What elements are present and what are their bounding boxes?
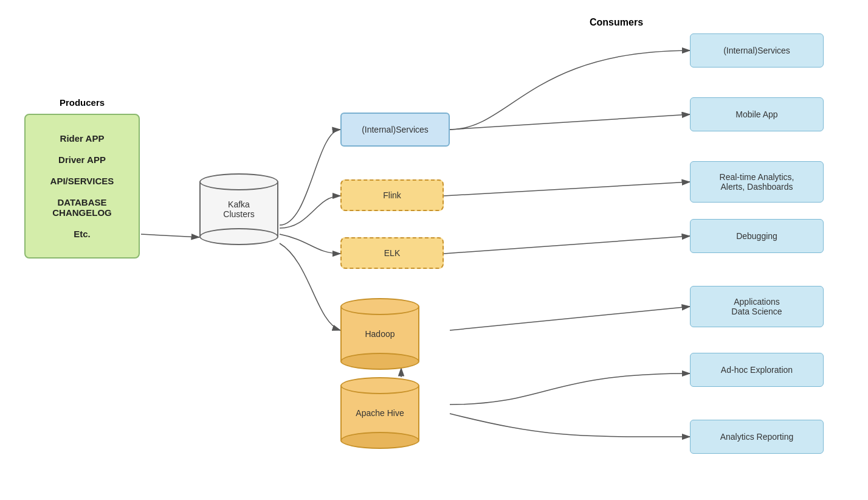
- producers-box: Rider APP Driver APP API/SERVICES DATABA…: [24, 114, 140, 259]
- apache-hive-label: Apache Hive: [356, 408, 404, 418]
- producer-driver-app: Driver APP: [58, 155, 106, 165]
- apache-hive-cylinder-top: [340, 377, 419, 394]
- internal-services-rect: (Internal)Services: [340, 113, 450, 147]
- flink-dashed: Flink: [340, 179, 444, 211]
- producer-rider-app: Rider APP: [60, 133, 105, 144]
- consumer-applications-datascience: ApplicationsData Science: [690, 286, 824, 327]
- consumer-internal-services-label: (Internal)Services: [723, 46, 790, 55]
- consumer-applications-datascience-label: ApplicationsData Science: [731, 297, 782, 316]
- hadoop-cylinder-bottom: [340, 353, 419, 370]
- consumer-adhoc-exploration-label: Ad-hoc Exploration: [721, 365, 793, 375]
- internal-services-label: (Internal)Services: [362, 125, 429, 134]
- hadoop-node: Hadoop: [340, 298, 419, 370]
- consumers-section-label: Consumers: [590, 17, 643, 28]
- consumer-adhoc-exploration: Ad-hoc Exploration: [690, 353, 824, 387]
- consumer-internal-services: (Internal)Services: [690, 33, 824, 68]
- consumer-realtime-analytics-label: Real-time Analytics,Alerts, Dashboards: [720, 172, 794, 192]
- producers-section: Producers Rider APP Driver APP API/SERVI…: [24, 97, 140, 259]
- producer-db-changelog: DATABASECHANGELOG: [52, 197, 112, 218]
- producer-etc: Etc.: [74, 229, 91, 239]
- flink-node: Flink: [340, 179, 444, 211]
- apache-hive-node: Apache Hive: [340, 377, 419, 449]
- diagram-container: Producers Rider APP Driver APP API/SERVI…: [0, 0, 868, 500]
- flink-label: Flink: [383, 190, 401, 200]
- apache-hive-cylinder-bottom: [340, 432, 419, 449]
- consumer-mobile-app: Mobile App: [690, 97, 824, 131]
- elk-dashed: ELK: [340, 237, 444, 269]
- producer-api-services: API/SERVICES: [50, 176, 114, 186]
- producers-label: Producers: [60, 97, 105, 108]
- consumer-debugging: Debugging: [690, 219, 824, 253]
- elk-node: ELK: [340, 237, 444, 269]
- kafka-cylinder-bottom: [199, 228, 278, 245]
- consumer-debugging-label: Debugging: [736, 231, 777, 241]
- elk-label: ELK: [384, 248, 400, 258]
- consumer-realtime-analytics: Real-time Analytics,Alerts, Dashboards: [690, 161, 824, 203]
- hadoop-cylinder-top: [340, 298, 419, 315]
- consumer-analytics-reporting-label: Analytics Reporting: [720, 432, 794, 442]
- consumer-mobile-app-label: Mobile App: [735, 109, 777, 119]
- consumer-analytics-reporting: Analytics Reporting: [690, 420, 824, 454]
- kafka-node: KafkaClusters: [199, 173, 278, 245]
- internal-services-node: (Internal)Services: [340, 113, 450, 147]
- hadoop-label: Hadoop: [365, 329, 394, 339]
- kafka-cylinder-top: [199, 173, 278, 190]
- kafka-label: KafkaClusters: [223, 200, 254, 219]
